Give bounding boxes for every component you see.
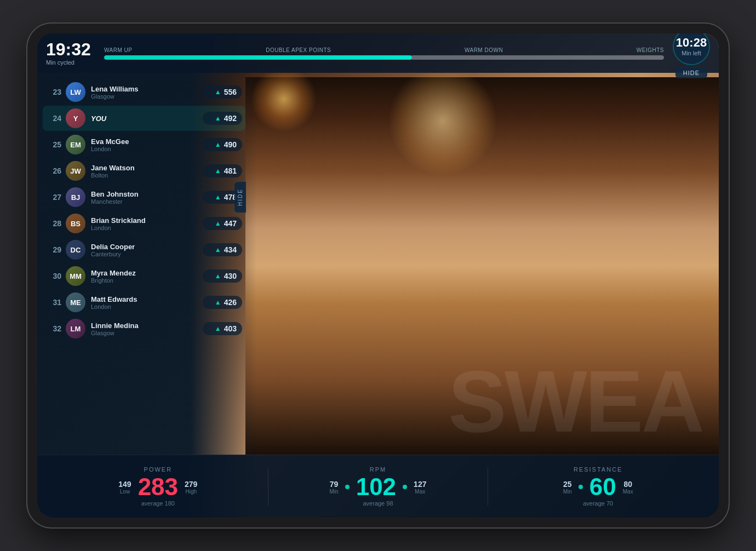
lb-location-26: Bolton <box>91 172 203 179</box>
rank-23: 23 <box>46 88 61 96</box>
leaderboard-row-29: 29 DC Delia Cooper Canterbury ▲ 434 <box>43 237 245 262</box>
segment-label-2: DOUBLE APEX POINTS <box>266 47 331 53</box>
lb-location-31: London <box>91 303 203 310</box>
timer-cycled-label: Min cycled <box>46 59 75 66</box>
lb-score-31: 426 <box>224 298 237 307</box>
leaderboard-row-24: 24 Y YOU ▲ 492 <box>43 106 245 131</box>
resistance-max: 80 Max <box>623 480 633 495</box>
rpm-max-label: Max <box>415 489 425 495</box>
top-bar: 19:32 Min cycled WARM UP DOUBLE APEX POI… <box>37 33 719 73</box>
lb-score-29: 434 <box>224 245 237 254</box>
power-big-val: 283 <box>138 475 178 499</box>
power-title: POWER <box>144 466 173 473</box>
rank-26: 26 <box>46 167 61 175</box>
lb-location-23: Glasgow <box>91 93 203 100</box>
lb-info-24: YOU <box>91 114 203 123</box>
timer-left-label: Min left <box>681 50 701 56</box>
lb-name-23: Lena Williams <box>91 85 203 93</box>
score-icon-29: ▲ <box>215 246 221 254</box>
lb-location-30: Brighton <box>91 277 203 284</box>
resistance-numbers: 25 Min 60 80 Max <box>563 475 633 499</box>
lb-name-26: Jane Watson <box>91 164 203 172</box>
rpm-dot-2 <box>403 485 407 489</box>
power-low: 149 Low <box>118 480 131 495</box>
lb-score-23: 556 <box>224 88 237 96</box>
resistance-title: RESISTANCE <box>574 466 622 473</box>
resistance-max-val: 80 <box>623 480 632 489</box>
rank-25: 25 <box>46 140 61 149</box>
lb-score-pill-30: ▲ 430 <box>203 269 242 283</box>
resistance-dot <box>579 485 583 489</box>
lb-score-26: 481 <box>224 167 237 175</box>
score-icon-31: ▲ <box>215 299 221 306</box>
timer-left-value: 10:28 <box>676 37 707 49</box>
score-icon-27: ▲ <box>215 193 221 201</box>
leaderboard-row-32: 32 LM Linnie Medina Glasgow ▲ 403 <box>43 316 245 341</box>
resistance-big-val: 60 <box>589 475 616 499</box>
lb-score-32: 403 <box>224 324 237 333</box>
lb-score-pill-24: ▲ 492 <box>203 112 242 125</box>
leaderboard-row-31: 31 ME Matt Edwards London ▲ 426 <box>43 290 245 315</box>
lb-location-32: Glasgow <box>91 330 203 336</box>
hide-button-top[interactable]: HIDE <box>675 67 707 78</box>
score-icon-26: ▲ <box>215 167 221 175</box>
lb-info-23: Lena Williams Glasgow <box>91 85 203 100</box>
divider-2 <box>488 467 488 506</box>
lb-score-pill-23: ▲ 556 <box>203 85 242 99</box>
power-low-label: Low <box>120 489 130 495</box>
power-numbers: 149 Low 283 279 High <box>118 475 197 499</box>
rpm-numbers: 79 Min 102 127 Max <box>330 475 427 499</box>
timer-right-section: 10:28 Min left HIDE <box>673 33 710 78</box>
rank-32: 32 <box>46 324 61 333</box>
rpm-min-val: 79 <box>330 480 339 489</box>
rpm-max: 127 Max <box>414 480 426 495</box>
score-icon-25: ▲ <box>215 141 221 148</box>
lb-name-30: Myra Mendez <box>91 269 203 277</box>
lb-info-26: Jane Watson Bolton <box>91 164 203 179</box>
lb-info-30: Myra Mendez Brighton <box>91 269 203 284</box>
rpm-dot <box>345 485 350 489</box>
lb-name-27: Ben Johnston <box>91 190 203 198</box>
resistance-min: 25 Min <box>563 480 572 495</box>
rpm-section: RPM 79 Min 102 127 Max average 98 <box>274 466 483 507</box>
segment-label-1: WARM UP <box>104 47 132 53</box>
leaderboard-row-30: 30 MM Myra Mendez Brighton ▲ 430 <box>43 263 245 289</box>
resistance-section: RESISTANCE 25 Min 60 80 Max average 70 <box>494 466 702 507</box>
segment-label-4: WEIGHTS <box>637 47 664 53</box>
lb-info-27: Ben Johnston Manchester <box>91 190 203 205</box>
lb-name-31: Matt Edwards <box>91 295 203 303</box>
progress-labels: WARM UP DOUBLE APEX POINTS WARM DOWN WEI… <box>104 47 664 53</box>
rpm-title: RPM <box>370 466 386 473</box>
lb-score-pill-28: ▲ 447 <box>203 217 242 230</box>
power-section: POWER 149 Low 283 279 High average 180 <box>54 466 262 507</box>
resistance-min-val: 25 <box>563 480 572 489</box>
leaderboard-row-25: 25 EM Eva McGee London ▲ 490 <box>43 132 245 157</box>
rank-24: 24 <box>46 114 61 123</box>
progress-bar-remaining <box>412 55 664 60</box>
progress-area: WARM UP DOUBLE APEX POINTS WARM DOWN WEI… <box>104 47 664 60</box>
power-high-label: High <box>185 489 197 495</box>
lb-location-29: Canterbury <box>91 251 203 257</box>
lb-score-pill-31: ▲ 426 <box>203 296 242 309</box>
rank-31: 31 <box>46 298 61 307</box>
lb-name-29: Delia Cooper <box>91 243 203 251</box>
leaderboard-row-23: 23 LW Lena Williams Glasgow ▲ 556 <box>43 79 245 105</box>
score-icon-24: ▲ <box>215 114 221 122</box>
lb-info-29: Delia Cooper Canterbury <box>91 243 203 257</box>
score-icon-32: ▲ <box>215 325 221 332</box>
rank-27: 27 <box>46 193 61 202</box>
resistance-avg: average 70 <box>583 500 613 507</box>
lb-score-30: 430 <box>224 272 237 280</box>
hide-side-button[interactable]: HIDE <box>234 182 246 213</box>
power-high: 279 High <box>185 480 197 495</box>
score-icon-28: ▲ <box>215 220 221 227</box>
lb-name-32: Linnie Medina <box>91 322 203 330</box>
lb-info-28: Brian Strickland London <box>91 216 203 231</box>
avatar-28: BS <box>66 214 85 233</box>
lb-score-28: 447 <box>224 219 237 228</box>
timer-right-bubble: 10:28 Min left <box>673 33 710 65</box>
rpm-avg: average 98 <box>363 500 393 507</box>
lb-info-25: Eva McGee London <box>91 137 203 152</box>
resistance-min-label: Min <box>563 489 572 495</box>
avatar-30: MM <box>66 266 85 286</box>
